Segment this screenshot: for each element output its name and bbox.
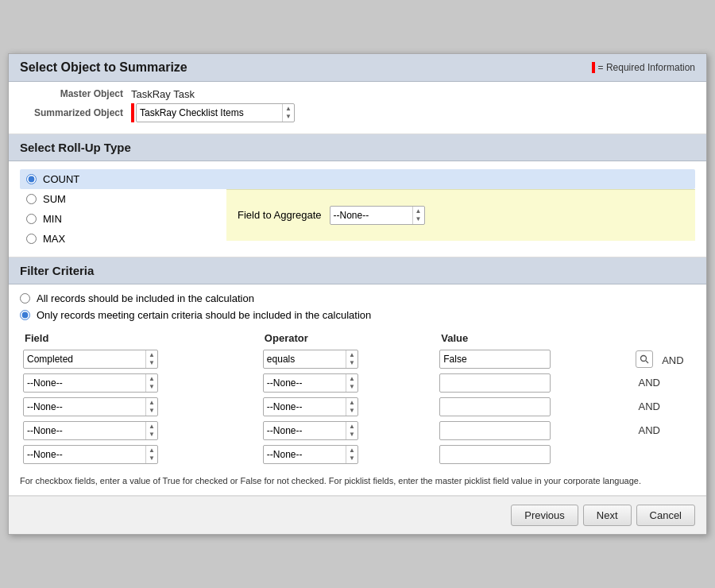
field-cell-2: --None-- ▲ ▼ — [20, 371, 260, 395]
val-input-5[interactable] — [439, 445, 551, 464]
field-arrow-down-2[interactable]: ▼ — [146, 383, 157, 391]
rollup-label-count[interactable]: COUNT — [43, 173, 79, 185]
op-arrow-up-3[interactable]: ▲ — [346, 399, 358, 407]
aggregate-arrow-up[interactable]: ▲ — [413, 207, 424, 215]
val-cell-3 — [436, 395, 632, 419]
rollup-label-sum[interactable]: SUM — [43, 193, 66, 205]
op-select-1[interactable]: equals ▲ ▼ — [263, 350, 358, 369]
master-object-value: TaskRay Task — [131, 88, 195, 100]
op-arrow-down-4[interactable]: ▼ — [346, 431, 358, 439]
and-cell-5 — [632, 443, 695, 466]
field-cell-3: --None-- ▲ ▼ — [20, 395, 260, 419]
search-icon-cell-1[interactable] — [636, 350, 653, 368]
rollup-radio-max[interactable] — [26, 234, 37, 244]
aggregate-arrow-down[interactable]: ▼ — [413, 215, 424, 223]
rollup-radio-sum[interactable] — [26, 194, 37, 204]
op-arrow-down-2[interactable]: ▼ — [346, 383, 358, 391]
op-arrow-up-4[interactable]: ▲ — [346, 423, 358, 431]
field-arrow-down-5[interactable]: ▼ — [146, 455, 157, 462]
field-select-2[interactable]: --None-- ▲ ▼ — [23, 373, 158, 393]
field-arrow-down-4[interactable]: ▼ — [146, 431, 157, 439]
field-value-4: --None-- — [24, 424, 145, 438]
summarized-arrow-up[interactable]: ▲ — [283, 105, 294, 113]
val-input-4[interactable] — [439, 421, 551, 440]
dialog: Select Object to Summarize = Required In… — [8, 53, 707, 536]
op-arrow-up-2[interactable]: ▲ — [346, 375, 358, 383]
summarized-arrows[interactable]: ▲ ▼ — [282, 104, 294, 122]
op-select-3[interactable]: --None-- ▲ ▼ — [263, 397, 358, 416]
op-select-2[interactable]: --None-- ▲ ▼ — [263, 373, 358, 393]
op-arrow-up-1[interactable]: ▲ — [346, 351, 358, 359]
rollup-option-min[interactable]: MIN — [20, 209, 226, 229]
field-arrow-up-5[interactable]: ▲ — [146, 447, 157, 455]
op-arrow-down-5[interactable]: ▼ — [346, 455, 358, 462]
and-cell-3: AND — [632, 395, 695, 419]
rollup-radio-count[interactable] — [26, 174, 37, 184]
summarized-object-select[interactable]: TaskRay Checklist Items ▲ ▼ — [136, 103, 295, 122]
field-arrow-up-1[interactable]: ▲ — [146, 351, 157, 359]
rollup-option-count[interactable]: COUNT — [20, 169, 695, 189]
table-row: --None-- ▲ ▼ --None-- ▲ — [20, 419, 695, 443]
val-input-2[interactable] — [439, 373, 551, 393]
field-arrow-up-2[interactable]: ▲ — [146, 375, 157, 383]
op-select-4[interactable]: --None-- ▲ ▼ — [263, 421, 358, 440]
table-row: --None-- ▲ ▼ --None-- ▲ — [20, 371, 695, 395]
field-arrows-5[interactable]: ▲ ▼ — [145, 446, 157, 463]
dialog-header: Select Object to Summarize = Required In… — [9, 54, 706, 82]
op-arrows-1[interactable]: ▲ ▼ — [346, 350, 358, 368]
filter-all-label[interactable]: All records should be included in the ca… — [37, 292, 254, 304]
previous-button[interactable]: Previous — [511, 505, 578, 526]
field-arrows-3[interactable]: ▲ ▼ — [145, 398, 157, 416]
rollup-radio-min[interactable] — [26, 214, 37, 224]
op-cell-2: --None-- ▲ ▼ — [260, 371, 436, 395]
next-button[interactable]: Next — [583, 505, 632, 526]
op-arrows-2[interactable]: ▲ ▼ — [346, 374, 358, 392]
table-row: Completed ▲ ▼ equals ▲ — [20, 347, 695, 371]
field-select-5[interactable]: --None-- ▲ ▼ — [23, 445, 158, 464]
field-arrow-down-1[interactable]: ▼ — [146, 359, 157, 367]
and-label-4: AND — [636, 424, 660, 436]
filter-all-row[interactable]: All records should be included in the ca… — [20, 292, 695, 304]
and-label-2: AND — [636, 377, 660, 389]
field-select-1[interactable]: Completed ▲ ▼ — [23, 350, 158, 369]
op-arrows-3[interactable]: ▲ ▼ — [346, 398, 358, 416]
aggregate-select[interactable]: --None-- ▲ ▼ — [330, 206, 425, 225]
cancel-button[interactable]: Cancel — [636, 505, 695, 526]
field-select-3[interactable]: --None-- ▲ ▼ — [23, 397, 158, 416]
val-input-3[interactable] — [439, 397, 551, 416]
filter-some-radio[interactable] — [20, 310, 30, 320]
filter-section: Filter Criteria All records should be in… — [9, 257, 706, 497]
master-object-label: Master Object — [20, 88, 123, 99]
field-cell-5: --None-- ▲ ▼ — [20, 443, 260, 466]
field-arrow-up-4[interactable]: ▲ — [146, 423, 157, 431]
op-arrows-4[interactable]: ▲ ▼ — [346, 422, 358, 439]
op-arrow-up-5[interactable]: ▲ — [346, 447, 358, 455]
op-cell-5: --None-- ▲ ▼ — [260, 443, 436, 466]
rollup-option-sum[interactable]: SUM — [20, 189, 226, 209]
aggregate-arrows[interactable]: ▲ ▼ — [412, 207, 424, 224]
op-select-5[interactable]: --None-- ▲ ▼ — [263, 445, 358, 464]
required-indicator — [592, 62, 595, 73]
filter-some-label[interactable]: Only records meeting certain criteria sh… — [37, 309, 371, 321]
filter-some-row[interactable]: Only records meeting certain criteria sh… — [20, 309, 695, 321]
op-arrow-down-3[interactable]: ▼ — [346, 407, 358, 415]
aggregate-value: --None-- — [330, 208, 412, 222]
field-arrows-1[interactable]: ▲ ▼ — [145, 350, 157, 368]
field-arrow-down-3[interactable]: ▼ — [146, 407, 157, 415]
val-cell-5 — [436, 443, 632, 466]
rollup-label-min[interactable]: MIN — [43, 213, 62, 225]
field-arrows-2[interactable]: ▲ ▼ — [145, 374, 157, 392]
op-value-3: --None-- — [264, 400, 346, 414]
op-cell-4: --None-- ▲ ▼ — [260, 419, 436, 443]
required-info-label: = Required Information — [598, 62, 695, 73]
op-arrows-5[interactable]: ▲ ▼ — [346, 446, 358, 463]
field-arrow-up-3[interactable]: ▲ — [146, 399, 157, 407]
rollup-label-max[interactable]: MAX — [43, 233, 65, 245]
field-select-4[interactable]: --None-- ▲ ▼ — [23, 421, 158, 440]
rollup-option-max[interactable]: MAX — [20, 229, 226, 249]
filter-all-radio[interactable] — [20, 293, 30, 304]
summarized-arrow-down[interactable]: ▼ — [283, 113, 294, 121]
val-input-1[interactable] — [439, 350, 551, 369]
op-arrow-down-1[interactable]: ▼ — [346, 359, 358, 367]
field-arrows-4[interactable]: ▲ ▼ — [145, 422, 157, 439]
